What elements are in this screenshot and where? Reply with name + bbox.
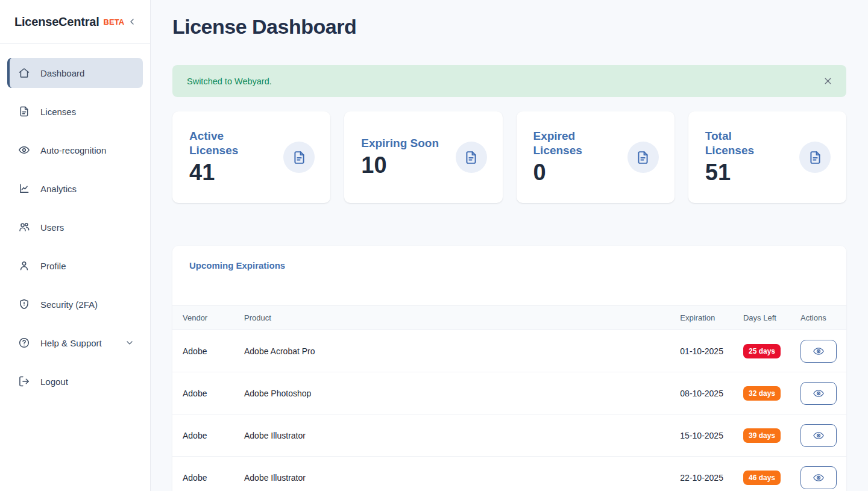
close-icon[interactable] <box>822 75 834 87</box>
eye-icon <box>813 430 825 442</box>
upcoming-expirations-panel: Upcoming Expirations Vendor Product Expi… <box>172 246 846 491</box>
stat-title: Active Licenses <box>189 129 268 158</box>
days-left-cell: 32 days <box>733 372 790 414</box>
beta-badge: BETA <box>104 17 124 27</box>
sidebar-item-help-support[interactable]: Help & Support <box>7 328 143 358</box>
file-icon <box>799 142 831 173</box>
sidebar-item-label: Security (2FA) <box>40 299 98 310</box>
actions-cell <box>790 372 846 414</box>
days-left-cell: 39 days <box>733 414 790 457</box>
file-icon <box>283 142 315 173</box>
success-alert: Switched to Webyard. <box>172 65 846 97</box>
days-left-badge: 32 days <box>743 386 781 401</box>
stat-value: 41 <box>189 160 268 186</box>
days-left-badge: 39 days <box>743 428 781 443</box>
sidebar-item-label: Logout <box>40 377 68 387</box>
days-left-cell: 25 days <box>733 330 790 372</box>
file-icon <box>627 142 659 173</box>
chevron-left-icon[interactable] <box>126 16 138 28</box>
chevron-down-icon <box>125 338 134 348</box>
stat-cards: Active Licenses 41 Expiring Soon 10 <box>172 111 846 203</box>
main-content: License Dashboard Switched to Webyard. A… <box>151 0 868 491</box>
view-button[interactable] <box>800 340 837 363</box>
app-root: LicenseCentral BETA Dashboard Licenses <box>0 0 868 491</box>
table-header-row: Vendor Product Expiration Days Left Acti… <box>172 306 846 330</box>
stat-card-total-licenses: Total Licenses 51 <box>688 111 846 203</box>
sidebar-item-licenses[interactable]: Licenses <box>7 96 143 127</box>
stat-text: Total Licenses 51 <box>705 129 784 186</box>
file-icon <box>18 105 30 117</box>
file-icon <box>456 142 487 173</box>
vendor-cell: Adobe <box>172 372 234 414</box>
alert-message: Switched to Webyard. <box>187 77 272 86</box>
stat-title: Expired Licenses <box>533 129 612 158</box>
stat-card-active-licenses: Active Licenses 41 <box>172 111 330 203</box>
view-button[interactable] <box>800 382 837 405</box>
actions-cell <box>790 414 846 457</box>
expiration-cell: 22-10-2025 <box>670 457 733 491</box>
logout-icon <box>18 375 30 387</box>
page-title: License Dashboard <box>172 14 846 39</box>
sidebar-item-profile[interactable]: Profile <box>7 251 143 281</box>
eye-icon <box>813 345 825 357</box>
stat-title: Total Licenses <box>705 129 784 158</box>
sidebar-item-security[interactable]: Security (2FA) <box>7 289 143 319</box>
column-header-vendor: Vendor <box>172 306 234 330</box>
stat-value: 0 <box>533 160 612 186</box>
sidebar-item-users[interactable]: Users <box>7 212 143 242</box>
sidebar-item-label: Dashboard <box>40 68 84 78</box>
expiration-cell: 08-10-2025 <box>670 372 733 414</box>
sidebar-item-analytics[interactable]: Analytics <box>7 174 143 204</box>
sidebar-item-label: Help & Support <box>40 338 102 348</box>
eye-icon <box>813 472 825 484</box>
stat-text: Expired Licenses 0 <box>533 129 612 186</box>
eye-icon <box>18 144 30 156</box>
home-icon <box>18 67 30 79</box>
sidebar-item-auto-recognition[interactable]: Auto-recognition <box>7 135 143 165</box>
vendor-cell: Adobe <box>172 457 234 491</box>
column-header-actions: Actions <box>790 306 846 330</box>
product-cell: Adobe Illustrator <box>234 414 670 457</box>
sidebar-item-logout[interactable]: Logout <box>7 366 143 396</box>
stat-value: 51 <box>705 160 784 186</box>
sidebar-item-label: Auto-recognition <box>40 145 106 155</box>
table-row: Adobe Adobe Photoshop 08-10-2025 32 days <box>172 372 846 414</box>
days-left-cell: 46 days <box>733 457 790 491</box>
stat-card-expiring-soon: Expiring Soon 10 <box>344 111 502 203</box>
days-left-badge: 25 days <box>743 344 781 358</box>
sidebar-item-label: Licenses <box>40 107 76 117</box>
stat-text: Expiring Soon 10 <box>361 136 439 178</box>
stat-value: 10 <box>361 152 439 178</box>
stat-card-expired-licenses: Expired Licenses 0 <box>517 111 675 203</box>
stat-title: Expiring Soon <box>361 136 439 151</box>
sidebar-item-label: Users <box>40 222 64 233</box>
sidebar-item-label: Profile <box>40 261 66 271</box>
brand-name: LicenseCentral <box>14 15 99 29</box>
actions-cell <box>790 457 846 491</box>
actions-cell <box>790 330 846 372</box>
view-button[interactable] <box>800 466 837 489</box>
shield-icon <box>18 298 30 310</box>
view-button[interactable] <box>800 424 837 447</box>
vendor-cell: Adobe <box>172 330 234 372</box>
product-cell: Adobe Illustrator <box>234 457 670 491</box>
chart-icon <box>18 183 30 195</box>
help-icon <box>18 337 30 349</box>
expirations-table: Vendor Product Expiration Days Left Acti… <box>172 305 846 491</box>
product-cell: Adobe Photoshop <box>234 372 670 414</box>
users-icon <box>18 221 30 233</box>
expiration-cell: 15-10-2025 <box>670 414 733 457</box>
table-row: Adobe Adobe Illustrator 15-10-2025 39 da… <box>172 414 846 457</box>
sidebar: LicenseCentral BETA Dashboard Licenses <box>0 0 151 491</box>
user-icon <box>18 260 30 272</box>
sidebar-nav: Dashboard Licenses Auto-recognition Anal… <box>0 44 150 396</box>
column-header-days-left: Days Left <box>733 306 790 330</box>
eye-icon <box>813 387 825 399</box>
sidebar-item-dashboard[interactable]: Dashboard <box>7 58 143 88</box>
expiration-cell: 01-10-2025 <box>670 330 733 372</box>
stat-text: Active Licenses 41 <box>189 129 268 186</box>
sidebar-item-label: Analytics <box>40 184 77 194</box>
table-row: Adobe Adobe Illustrator 22-10-2025 46 da… <box>172 457 846 491</box>
column-header-expiration: Expiration <box>670 306 733 330</box>
sidebar-header: LicenseCentral BETA <box>0 0 150 44</box>
